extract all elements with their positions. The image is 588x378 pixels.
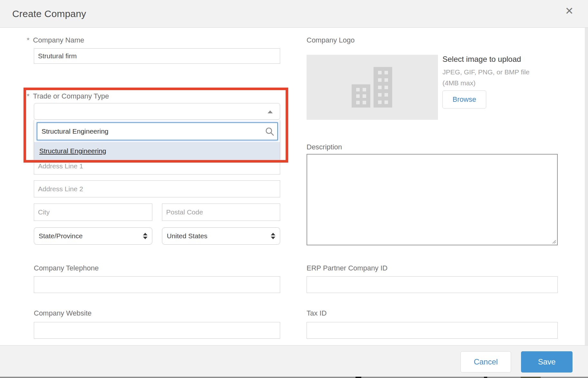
create-company-modal: Create Company ✕ * Company Name * Trade … bbox=[0, 0, 588, 378]
resize-handle-icon[interactable] bbox=[551, 238, 556, 244]
upload-hint-size: (4MB max) bbox=[442, 79, 476, 87]
trade-type-search-input[interactable] bbox=[37, 122, 278, 140]
tax-id-label: Tax ID bbox=[307, 309, 327, 317]
window-bottom-edge bbox=[0, 377, 588, 378]
company-name-label: * Company Name bbox=[27, 36, 84, 44]
window-bottom-edge bbox=[484, 377, 487, 378]
browse-button[interactable]: Browse bbox=[442, 90, 486, 109]
city-input[interactable] bbox=[34, 203, 152, 221]
page-title: Create Company bbox=[12, 0, 86, 28]
company-website-input[interactable] bbox=[34, 322, 280, 339]
save-button[interactable]: Save bbox=[521, 351, 573, 373]
required-asterisk: * bbox=[27, 92, 30, 100]
country-select[interactable]: United States bbox=[162, 227, 280, 245]
state-province-value: State/Province bbox=[39, 232, 83, 240]
close-button[interactable]: ✕ bbox=[562, 3, 577, 19]
caret-up-icon bbox=[268, 110, 273, 113]
trade-type-select[interactable] bbox=[34, 103, 280, 120]
upload-title: Select image to upload bbox=[442, 55, 521, 64]
company-logo-label: Company Logo bbox=[307, 36, 355, 44]
erp-partner-company-id-input[interactable] bbox=[307, 276, 558, 293]
close-icon: ✕ bbox=[565, 6, 574, 16]
state-province-select[interactable]: State/Province bbox=[34, 227, 152, 245]
description-textarea[interactable] bbox=[307, 154, 558, 245]
dropdown-option-structural-engineering[interactable]: Structural Engineering bbox=[34, 142, 280, 160]
company-name-input[interactable] bbox=[34, 48, 280, 64]
trade-type-label: * Trade or Company Type bbox=[27, 92, 109, 100]
address-line-1-input[interactable] bbox=[34, 158, 280, 175]
company-telephone-input[interactable] bbox=[34, 276, 280, 293]
required-asterisk: * bbox=[27, 36, 30, 44]
company-telephone-label: Company Telephone bbox=[34, 264, 99, 272]
tax-id-input[interactable] bbox=[307, 322, 558, 339]
window-bottom-edge bbox=[521, 377, 541, 378]
trade-type-dropdown-panel: Structural Engineering bbox=[34, 120, 280, 160]
company-logo-placeholder bbox=[307, 55, 438, 120]
address-line-2-input[interactable] bbox=[34, 180, 280, 197]
page-edge-strip bbox=[585, 28, 588, 345]
postal-code-input[interactable] bbox=[162, 203, 280, 221]
cancel-button[interactable]: Cancel bbox=[460, 351, 511, 373]
country-value: United States bbox=[167, 232, 207, 240]
upload-hint-formats: JPEG, GIF, PNG, or BMP file bbox=[442, 68, 529, 76]
select-arrows-icon bbox=[143, 233, 147, 239]
description-label: Description bbox=[307, 143, 342, 151]
search-icon bbox=[265, 127, 274, 137]
company-website-label: Company Website bbox=[34, 309, 91, 317]
erp-partner-company-id-label: ERP Partner Company ID bbox=[307, 264, 387, 272]
window-bottom-edge bbox=[356, 377, 361, 378]
select-arrows-icon bbox=[271, 233, 275, 239]
modal-header bbox=[0, 0, 588, 28]
